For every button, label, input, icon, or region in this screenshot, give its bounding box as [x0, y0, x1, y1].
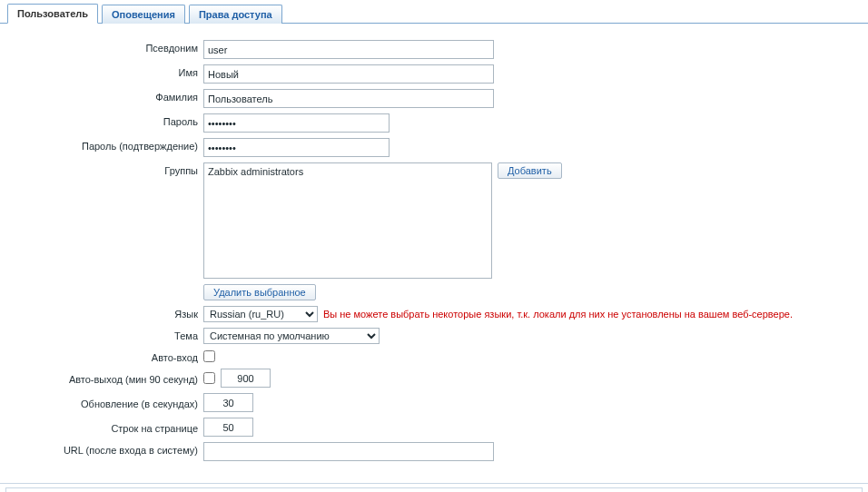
label-alias: Псевдоним	[7, 40, 203, 54]
language-warning: Вы не можете выбрать некоторые языки, т.…	[323, 309, 793, 320]
tab-bar: Пользователь Оповещения Права доступа	[0, 2, 868, 24]
label-name: Имя	[7, 64, 203, 78]
password-confirm-input[interactable]	[203, 138, 390, 157]
tab-media[interactable]: Оповещения	[102, 5, 185, 24]
rows-per-page-input[interactable]	[203, 418, 253, 437]
add-group-button[interactable]: Добавить	[498, 162, 562, 179]
surname-input[interactable]	[203, 89, 494, 108]
tab-permissions[interactable]: Права доступа	[189, 5, 282, 24]
language-select[interactable]: Russian (ru_RU)	[203, 306, 318, 322]
label-language: Язык	[7, 306, 203, 320]
label-password: Пароль	[7, 113, 203, 127]
auto-login-checkbox[interactable]	[203, 350, 215, 362]
user-config-page: Пользователь Оповещения Права доступа Пс…	[0, 2, 868, 492]
label-password-confirm: Пароль (подтверждение)	[7, 138, 203, 152]
label-url: URL (после входа в систему)	[7, 442, 203, 456]
url-after-login-input[interactable]	[203, 442, 494, 461]
label-refresh: Обновление (в секундах)	[7, 396, 203, 409]
theme-select[interactable]: Системная по умолчанию	[203, 328, 380, 344]
tab-user[interactable]: Пользователь	[7, 4, 98, 24]
form-area: Псевдоним Имя Фамилия Пароль Пароль (под…	[0, 24, 868, 477]
refresh-input[interactable]	[203, 393, 253, 412]
label-auto-login: Авто-вход	[7, 349, 203, 363]
list-item[interactable]: Zabbix administrators	[208, 165, 488, 178]
label-rows: Строк на странице	[7, 420, 203, 434]
password-input[interactable]	[203, 113, 390, 133]
label-auto-logout: Авто-выход (мин 90 секунд)	[7, 371, 203, 385]
label-theme: Тема	[7, 328, 203, 341]
groups-listbox[interactable]: Zabbix administrators	[203, 162, 492, 279]
action-bar: Сохранить Отмена	[0, 483, 868, 492]
name-input[interactable]	[203, 64, 494, 84]
alias-input[interactable]	[203, 40, 494, 59]
delete-selected-button[interactable]: Удалить выбранное	[203, 284, 316, 300]
label-surname: Фамилия	[7, 89, 203, 103]
auto-logout-input[interactable]	[221, 369, 271, 388]
auto-logout-checkbox[interactable]	[203, 372, 215, 384]
label-groups: Группы	[7, 162, 203, 176]
